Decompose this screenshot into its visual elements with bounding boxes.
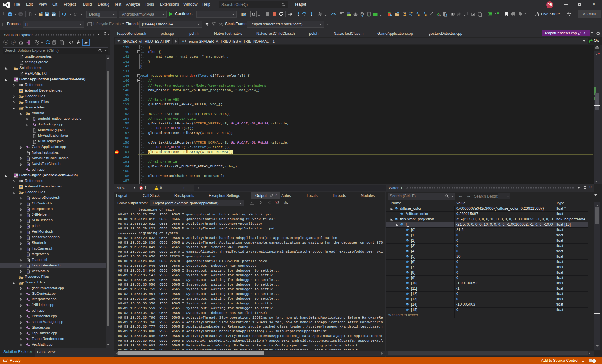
svg-text:ab: ab <box>284 201 287 203</box>
